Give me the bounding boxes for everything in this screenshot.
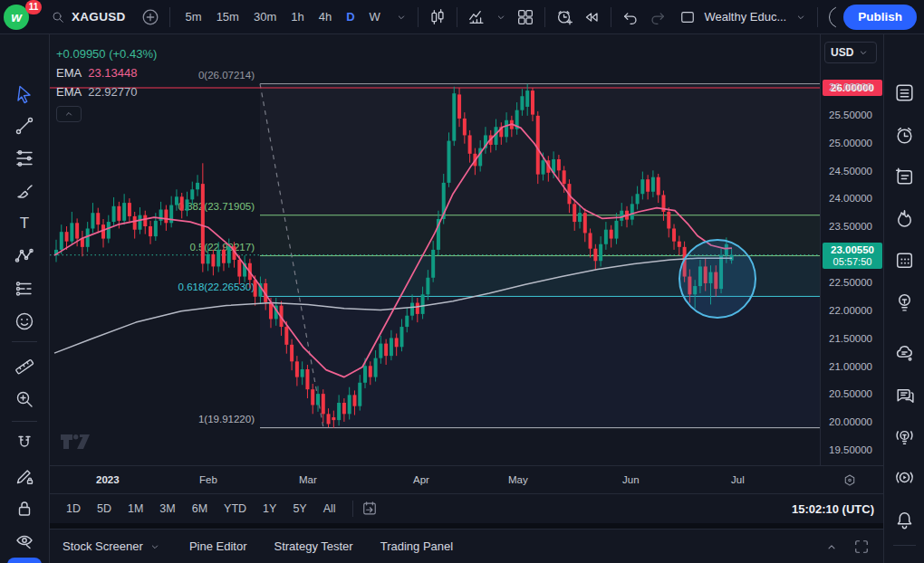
range-All[interactable]: All bbox=[316, 500, 343, 518]
ideas-icon[interactable] bbox=[893, 291, 916, 313]
timeframe-30m[interactable]: 30m bbox=[247, 7, 283, 26]
time-tick-Mar: Mar bbox=[299, 474, 317, 485]
projection-tool-icon[interactable] bbox=[14, 278, 35, 300]
notifications-icon[interactable] bbox=[893, 509, 916, 531]
panel-expand-icon[interactable] bbox=[823, 539, 840, 555]
watchlist-icon[interactable] bbox=[893, 81, 916, 104]
top-toolbar: w 11 XAGUSD 5m15m30m1h4hDW Wealthy Educ.… bbox=[0, 0, 924, 34]
add-symbol-icon[interactable] bbox=[140, 7, 160, 27]
divider bbox=[457, 7, 457, 27]
fib-retracement-tool-icon[interactable] bbox=[14, 148, 35, 169]
publish-button[interactable]: Publish bbox=[843, 5, 917, 30]
time-tick-May: May bbox=[508, 474, 528, 485]
lock-all-icon[interactable] bbox=[14, 498, 35, 520]
sync-link-button[interactable] bbox=[7, 558, 42, 563]
timeframe-15m[interactable]: 15m bbox=[210, 7, 245, 26]
price-tick: 24.50000 bbox=[829, 166, 872, 177]
chat-icon[interactable] bbox=[893, 384, 916, 406]
calendar-icon[interactable] bbox=[893, 249, 916, 272]
range-3M[interactable]: 3M bbox=[152, 500, 182, 518]
price-tick: 19.50000 bbox=[829, 444, 872, 455]
timeframe-4h[interactable]: 4h bbox=[313, 7, 338, 26]
price-tick: 25.50000 bbox=[829, 110, 872, 120]
grid-layout-icon[interactable] bbox=[515, 7, 535, 27]
notification-count-badge: 11 bbox=[25, 0, 42, 14]
logo[interactable]: w 11 bbox=[5, 3, 36, 32]
timeframe-D[interactable]: D bbox=[340, 7, 361, 26]
indicators-chevron-icon[interactable] bbox=[494, 10, 508, 24]
cursor-tool-icon[interactable] bbox=[14, 83, 35, 105]
minds-icon[interactable] bbox=[893, 342, 916, 365]
bottom-tab-stock-screener[interactable]: Stock Screener bbox=[63, 539, 162, 554]
bottom-tab-trading-panel[interactable]: Trading Panel bbox=[380, 539, 453, 553]
indicators-icon[interactable] bbox=[467, 7, 486, 27]
clock[interactable]: 15:02:10 (UTC) bbox=[792, 502, 874, 516]
tradingview-watermark bbox=[61, 433, 93, 451]
layout-name[interactable]: Wealthy Educ... bbox=[704, 10, 786, 24]
bottom-tab-pine-editor[interactable]: Pine Editor bbox=[189, 539, 247, 553]
text-tool-icon[interactable]: T bbox=[14, 213, 35, 234]
layout-chevron-icon[interactable] bbox=[794, 10, 808, 24]
time-axis[interactable]: 2023FebMarAprMayJunJul bbox=[50, 465, 883, 494]
axis-settings-icon[interactable] bbox=[842, 472, 858, 489]
range-group: 1D5D1M3M6MYTD1Y5YAll bbox=[59, 500, 345, 518]
timeframe-1h[interactable]: 1h bbox=[284, 7, 310, 26]
range-1D[interactable]: 1D bbox=[59, 500, 88, 518]
range-1Y[interactable]: 1Y bbox=[255, 500, 284, 518]
zoom-in-tool-icon[interactable] bbox=[14, 388, 35, 410]
search-icon bbox=[51, 10, 65, 24]
timeframe-W[interactable]: W bbox=[363, 7, 387, 26]
redo-icon[interactable] bbox=[648, 7, 668, 27]
time-tick-Apr: Apr bbox=[413, 474, 429, 485]
brush-tool-icon[interactable] bbox=[14, 179, 35, 201]
range-5D[interactable]: 5D bbox=[90, 500, 119, 518]
chart-canvas[interactable]: 0(26.07214)0.382(23.71905)0.5(22.99217)0… bbox=[50, 34, 820, 465]
timeframe-5m[interactable]: 5m bbox=[179, 7, 208, 26]
price-tick: 20.50000 bbox=[829, 388, 872, 399]
range-5Y[interactable]: 5Y bbox=[285, 500, 313, 518]
time-tick-2023: 2023 bbox=[96, 474, 120, 485]
notes-icon[interactable] bbox=[893, 166, 916, 188]
tradingview-app: w 11 XAGUSD 5m15m30m1h4hDW Wealthy Educ.… bbox=[0, 0, 924, 563]
go-to-date-icon[interactable] bbox=[361, 500, 379, 518]
emoji-tool-icon[interactable] bbox=[14, 310, 35, 332]
streams-icon[interactable] bbox=[893, 466, 916, 489]
hotlist-icon[interactable] bbox=[893, 207, 916, 230]
divider bbox=[893, 545, 916, 546]
price-tick: 22.50000 bbox=[829, 277, 872, 288]
bar-replay-icon[interactable] bbox=[582, 7, 602, 27]
create-alert-icon[interactable] bbox=[554, 7, 574, 27]
price-tick: 21.00000 bbox=[829, 361, 872, 372]
price-tick: 20.00000 bbox=[829, 416, 872, 427]
legend-collapse-button[interactable] bbox=[56, 106, 82, 122]
price-axis[interactable]: USD 26.00000 23.00550 05:57:50 26.000002… bbox=[820, 34, 883, 465]
xabcd-pattern-tool-icon[interactable] bbox=[14, 245, 35, 267]
measure-tool-icon[interactable] bbox=[14, 356, 35, 377]
symbol-search[interactable]: XAGUSD bbox=[43, 5, 133, 30]
chart-area: 0(26.07214)0.382(23.71905)0.5(22.99217)0… bbox=[50, 34, 820, 465]
timeframe-chevron-icon[interactable] bbox=[394, 10, 409, 24]
range-1M[interactable]: 1M bbox=[120, 500, 150, 518]
drawing-mode-icon[interactable] bbox=[14, 465, 35, 487]
ema-slow-legend[interactable]: EMA22.92770 bbox=[56, 82, 157, 101]
undo-icon[interactable] bbox=[621, 7, 640, 27]
range-toolbar: 1D5D1M3M6MYTD1Y5YAll 15:02:10 (UTC) bbox=[50, 494, 883, 523]
live-ideas-icon[interactable] bbox=[893, 425, 916, 447]
trend-line-tool-icon[interactable] bbox=[14, 115, 35, 137]
divider bbox=[817, 7, 818, 27]
price-tick: 26.00000 bbox=[829, 81, 872, 92]
right-sidebar bbox=[883, 34, 924, 563]
avatar[interactable] bbox=[827, 6, 836, 28]
layout-select-icon[interactable] bbox=[679, 8, 697, 26]
bottom-panel-bar: Stock ScreenerPine EditorStrategy Tester… bbox=[50, 529, 883, 563]
bottom-tab-strategy-tester[interactable]: Strategy Tester bbox=[274, 539, 352, 553]
range-6M[interactable]: 6M bbox=[185, 500, 215, 518]
alerts-icon[interactable] bbox=[893, 124, 916, 147]
currency-select[interactable]: USD bbox=[824, 42, 877, 63]
range-YTD[interactable]: YTD bbox=[217, 500, 254, 518]
chart-type-icon[interactable] bbox=[428, 7, 448, 27]
hide-all-icon[interactable] bbox=[14, 530, 35, 552]
panel-maximize-icon[interactable] bbox=[852, 538, 871, 556]
ema-fast-legend[interactable]: EMA23.13448 bbox=[56, 63, 157, 82]
magnet-tool-icon[interactable] bbox=[14, 433, 35, 454]
